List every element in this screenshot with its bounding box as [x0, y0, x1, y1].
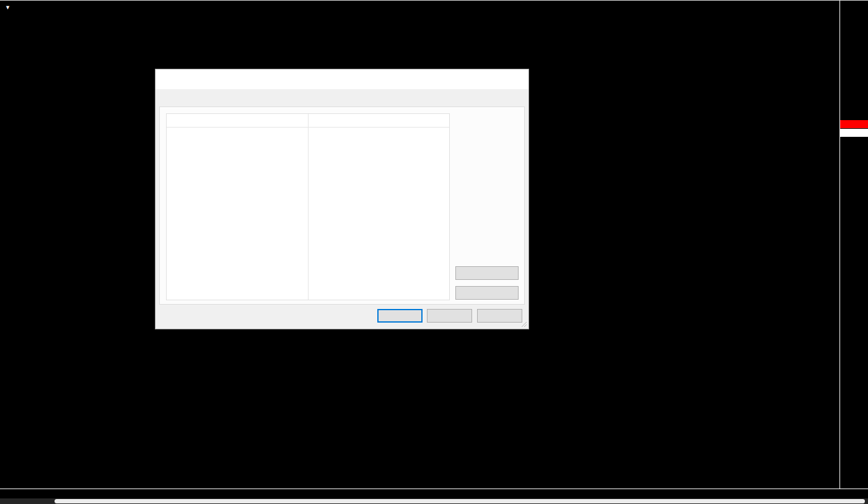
mt4-chart-window: ▼ [0, 0, 868, 504]
symbol-label[interactable]: ▼ [5, 3, 14, 12]
price-axis-separator [840, 0, 840, 489]
dialog-close-button[interactable] [504, 69, 525, 89]
inputs-tab-pane [159, 106, 525, 305]
ask-price-badge [840, 120, 868, 128]
ok-button[interactable] [377, 309, 423, 323]
bid-price-badge [840, 129, 868, 137]
custom-indicator-dialog [155, 69, 529, 329]
horizontal-scrollbar-thumb[interactable] [55, 499, 865, 503]
load-button[interactable] [455, 266, 519, 280]
save-button[interactable] [455, 286, 519, 300]
table-header-row [167, 114, 449, 128]
reset-button[interactable] [477, 309, 522, 323]
dialog-help-button[interactable] [483, 69, 504, 89]
cancel-button[interactable] [427, 309, 472, 323]
dialog-titlebar[interactable] [156, 69, 528, 89]
symbol-dropdown-icon: ▼ [5, 4, 11, 11]
table-column-divider[interactable] [308, 114, 309, 300]
window-top-edge [0, 0, 868, 1]
parameters-table [166, 113, 450, 300]
time-axis-separator [0, 489, 868, 489]
